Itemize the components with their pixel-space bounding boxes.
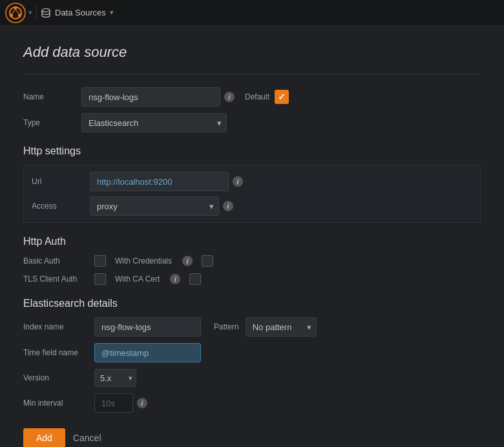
topnav: ▾ Data Sources ▾ bbox=[0, 0, 504, 26]
url-input[interactable] bbox=[90, 172, 229, 191]
time-field-row: Time field name bbox=[23, 343, 481, 362]
logo-dropdown-icon: ▾ bbox=[28, 8, 32, 17]
http-auth-header: Http Auth bbox=[23, 236, 481, 247]
url-label: Url bbox=[32, 177, 90, 186]
min-interval-label: Min interval bbox=[23, 399, 94, 408]
pattern-select-wrapper: No pattern Daily Weekly Monthly Yearly bbox=[246, 317, 317, 337]
index-name-input[interactable] bbox=[94, 317, 201, 337]
access-label: Access bbox=[32, 202, 90, 211]
type-row: Type Elasticsearch Graphite InfluxDB MyS… bbox=[23, 113, 481, 132]
time-field-input[interactable] bbox=[94, 343, 201, 362]
datasource-dropdown-icon: ▾ bbox=[110, 8, 114, 17]
title-divider bbox=[23, 74, 481, 74]
url-row: Url i bbox=[32, 172, 472, 191]
svg-point-3 bbox=[18, 14, 21, 17]
version-select-wrapper: 5.x 2.x 1.x bbox=[94, 369, 136, 387]
version-row: Version 5.x 2.x 1.x bbox=[23, 369, 481, 387]
type-label: Type bbox=[23, 118, 81, 127]
svg-point-4 bbox=[10, 14, 13, 17]
with-credentials-checkbox[interactable] bbox=[202, 255, 213, 267]
basic-auth-label: Basic Auth bbox=[23, 256, 88, 265]
with-ca-cert-checkbox[interactable] bbox=[189, 273, 201, 285]
grafana-logo-icon bbox=[5, 3, 26, 23]
basic-auth-row: Basic Auth With Credentials i bbox=[23, 255, 481, 267]
basic-auth-checkbox[interactable] bbox=[94, 255, 106, 267]
access-row: Access proxy direct i bbox=[32, 196, 472, 216]
with-credentials-label: With Credentials bbox=[115, 256, 172, 265]
access-select-wrapper: proxy direct bbox=[90, 196, 219, 216]
type-select[interactable]: Elasticsearch Graphite InfluxDB MySQL Pr… bbox=[81, 113, 227, 132]
grafana-logo[interactable]: ▾ bbox=[5, 3, 32, 23]
default-checkbox[interactable] bbox=[275, 90, 289, 104]
name-input[interactable] bbox=[81, 87, 220, 107]
tls-auth-label: TLS Client Auth bbox=[23, 275, 88, 284]
page-title: Add data source bbox=[23, 44, 481, 61]
name-label: Name bbox=[23, 92, 81, 101]
time-field-label: Time field name bbox=[23, 348, 94, 357]
tls-auth-row: TLS Client Auth With CA Cert i bbox=[23, 273, 481, 285]
pattern-select[interactable]: No pattern Daily Weekly Monthly Yearly bbox=[246, 317, 317, 337]
default-wrapper: Default bbox=[245, 90, 289, 104]
index-name-row: Index name Pattern No pattern Daily Week… bbox=[23, 317, 481, 337]
min-interval-row: Min interval i bbox=[23, 393, 481, 413]
access-info-icon: i bbox=[223, 201, 233, 211]
name-row: Name i Default bbox=[23, 87, 481, 107]
name-info-icon: i bbox=[224, 92, 235, 102]
http-settings-header: Http settings bbox=[23, 145, 481, 157]
with-ca-cert-label: With CA Cert bbox=[115, 275, 160, 284]
version-label: Version bbox=[23, 373, 94, 382]
pattern-label: Pattern bbox=[214, 322, 239, 331]
http-settings-box: Url i Access proxy direct i bbox=[23, 165, 481, 223]
cancel-button[interactable]: Cancel bbox=[73, 428, 101, 447]
default-label: Default bbox=[245, 92, 269, 101]
tls-auth-checkbox[interactable] bbox=[94, 273, 106, 285]
main-content: Add data source Name i Default Type Elas… bbox=[0, 26, 504, 447]
url-info-icon: i bbox=[233, 176, 243, 187]
nav-divider bbox=[36, 5, 37, 21]
min-interval-info-icon: i bbox=[137, 398, 147, 408]
min-interval-input[interactable] bbox=[94, 393, 133, 413]
database-icon bbox=[41, 8, 51, 18]
es-details-header: Elasticsearch details bbox=[23, 298, 481, 309]
with-ca-cert-info-icon: i bbox=[170, 274, 180, 284]
type-select-wrapper: Elasticsearch Graphite InfluxDB MySQL Pr… bbox=[81, 113, 227, 132]
access-select[interactable]: proxy direct bbox=[90, 196, 219, 216]
svg-point-2 bbox=[14, 6, 17, 9]
index-name-label: Index name bbox=[23, 322, 94, 331]
svg-point-7 bbox=[42, 8, 50, 12]
buttons-row: Add Cancel bbox=[23, 428, 481, 447]
datasource-nav-label: Data Sources bbox=[55, 8, 106, 17]
datasource-nav-item[interactable]: Data Sources ▾ bbox=[41, 8, 114, 18]
add-button[interactable]: Add bbox=[23, 428, 65, 447]
with-credentials-info-icon: i bbox=[182, 256, 193, 266]
version-select[interactable]: 5.x 2.x 1.x bbox=[94, 369, 136, 387]
